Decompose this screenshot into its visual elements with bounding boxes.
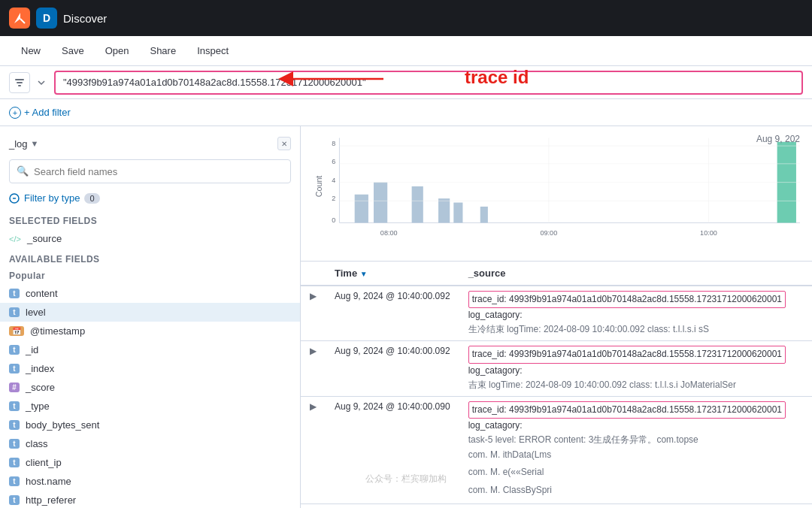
field-source-label: _source xyxy=(27,233,62,244)
field-item-hostname[interactable]: t host.name xyxy=(0,472,300,491)
chart-svg: Count 8 6 4 2 0 08:00 09:00 10:00 xyxy=(313,134,800,239)
field-name-content: content xyxy=(26,288,58,299)
expand-row-button[interactable]: ▶ xyxy=(301,341,326,396)
svg-text:2: 2 xyxy=(332,194,335,202)
field-name-client-ip: client_ip xyxy=(26,457,62,468)
field-item-score[interactable]: # _score xyxy=(0,378,300,397)
svg-rect-21 xyxy=(453,203,462,223)
field-item-content[interactable]: t content xyxy=(0,284,300,303)
field-type-t-icon7: t xyxy=(9,458,20,467)
field-item-id[interactable]: t _id xyxy=(0,340,300,359)
field-item-body-bytes-sent[interactable]: t body_bytes_sent xyxy=(0,416,300,434)
field-item-type[interactable]: t _type xyxy=(0,397,300,416)
field-name-type: _type xyxy=(26,401,50,412)
log-catagory-label: log_catagory: xyxy=(468,420,523,431)
field-type-t-icon6: t xyxy=(9,439,20,449)
field-type-t-icon4: t xyxy=(9,401,20,411)
chart-date-label: Aug 9, 202 xyxy=(756,134,800,144)
table-row: ▶ Aug 9, 2024 @ 10:40:00.092 trace_id: 4… xyxy=(301,286,812,341)
data-table: Time ▼ _source ▶ Aug 9, 2024 @ 10:40:00.… xyxy=(301,262,812,508)
expand-row-button[interactable]: ▶ xyxy=(301,396,326,503)
search-field-container: 🔍 xyxy=(0,156,300,189)
field-name-class: class xyxy=(26,438,48,449)
source-column-header: _source xyxy=(459,262,812,286)
index-chevron-icon: ▼ xyxy=(31,139,39,148)
source-cell: trace_id: 4993f9b91a974a01a1d0b70148a2ac… xyxy=(459,396,812,503)
selected-field-source[interactable]: </> _source xyxy=(0,229,300,248)
query-input[interactable] xyxy=(54,71,803,95)
field-item-index[interactable]: t _index xyxy=(0,359,300,378)
sidebar: _log ▼ ✕ 🔍 Filter by type 0 Selected fie… xyxy=(0,126,301,508)
field-name-index: _index xyxy=(26,363,54,374)
menu-open[interactable]: Open xyxy=(96,41,138,61)
time-cell: Aug 9, 2024 @ 10:40:00.092 xyxy=(326,286,459,341)
app-letter-icon: D xyxy=(36,8,57,29)
menu-save[interactable]: Save xyxy=(53,41,93,61)
field-item-class[interactable]: t class xyxy=(0,434,300,453)
selected-fields-title: Selected fields xyxy=(0,210,300,229)
menubar: New Save Open Share Inspect xyxy=(0,36,812,66)
results-table: Time ▼ _source ▶ Aug 9, 2024 @ 10:40:00.… xyxy=(301,262,812,508)
add-filter-label: + Add filter xyxy=(24,107,71,118)
field-type-t-icon2: t xyxy=(9,345,20,355)
svg-rect-22 xyxy=(480,207,488,223)
filter-count-badge: 0 xyxy=(84,193,99,204)
add-filter-button[interactable]: + + Add filter xyxy=(9,107,71,119)
field-item-http-referer[interactable]: t http_referer xyxy=(0,491,300,508)
field-item-client-ip[interactable]: t client_ip xyxy=(0,453,300,472)
app-title: Discover xyxy=(63,12,107,25)
expand-row-button[interactable]: ▶ xyxy=(301,503,326,508)
svg-text:09:00: 09:00 xyxy=(540,228,557,236)
filter-icon xyxy=(9,193,20,204)
field-type-t-icon8: t xyxy=(9,476,20,486)
kibana-logo-icon xyxy=(9,8,30,29)
menu-inspect[interactable]: Inspect xyxy=(188,41,238,61)
table-row: ▶ Aug 9, 2024 @ 10:40:00.086 trace_id: 4… xyxy=(301,503,812,508)
svg-text:6: 6 xyxy=(332,157,335,165)
search-field-input[interactable] xyxy=(9,159,291,183)
field-type-t-icon9: t xyxy=(9,495,20,505)
svg-text:8: 8 xyxy=(332,139,335,147)
menu-new[interactable]: New xyxy=(12,41,50,61)
row-extra-line-3: com. M. ClassBySpri xyxy=(468,482,803,499)
source-cell: trace_id: 4993f9b91a974a01a1d0b70148a2ac… xyxy=(459,286,812,341)
svg-rect-18 xyxy=(374,183,387,223)
menu-share[interactable]: Share xyxy=(141,41,185,61)
filter-options-button[interactable] xyxy=(9,72,30,93)
sidebar-collapse-button[interactable]: ✕ xyxy=(277,137,291,150)
topbar: D Discover xyxy=(0,0,812,36)
field-item-level[interactable]: t level xyxy=(0,303,300,322)
field-type-hash-icon: # xyxy=(9,383,20,392)
source-cell: trace_id: 4993f9b91a974a01a1d0b70148a2ac… xyxy=(459,503,812,508)
trace-id-value: trace_id: 4993f9b91a974a01a1d0b70148a2ac… xyxy=(468,346,786,363)
time-cell: Aug 9, 2024 @ 10:40:00.090 xyxy=(326,396,459,503)
table-row: ▶ Aug 9, 2024 @ 10:40:00.092 trace_id: 4… xyxy=(301,341,812,396)
search-icon: 🔍 xyxy=(17,165,29,177)
expand-row-button[interactable]: ▶ xyxy=(301,286,326,341)
field-name-hostname: host.name xyxy=(26,476,71,487)
field-item-timestamp[interactable]: 📅 @timestamp xyxy=(0,322,300,340)
svg-text:08:00: 08:00 xyxy=(380,228,398,236)
time-column-header[interactable]: Time ▼ xyxy=(326,262,459,286)
source-continuation: task-5 level: ERROR content: 3生成任务异常。com… xyxy=(468,433,803,446)
content-area: Aug 9, 202 Count 8 6 4 2 0 08:00 09:00 1… xyxy=(301,126,812,508)
filter-by-type-label: Filter by type xyxy=(24,192,80,204)
log-catagory-label: log_catagory: xyxy=(468,365,523,376)
field-name-body-bytes-sent: body_bytes_sent xyxy=(26,419,99,431)
field-type-cal-icon: 📅 xyxy=(9,326,24,336)
chevron-down-icon xyxy=(36,77,47,88)
svg-text:10:00: 10:00 xyxy=(700,228,717,236)
available-fields-title: Available fields xyxy=(0,248,300,268)
svg-text:0: 0 xyxy=(332,216,335,224)
field-type-t-icon5: t xyxy=(9,420,20,430)
index-pattern-label: _log xyxy=(9,138,28,150)
time-cell: Aug 9, 2024 @ 10:40:00.092 xyxy=(326,341,459,396)
logo-area: D Discover xyxy=(9,8,107,29)
trace-id-value: trace_id: 4993f9b91a974a01a1d0b70148a2ac… xyxy=(468,401,786,419)
svg-rect-19 xyxy=(412,186,423,222)
field-name-http-referer: http_referer xyxy=(26,494,76,506)
source-continuation: 吉束 logTime: 2024-08-09 10:40:00.092 clas… xyxy=(468,378,803,392)
filter-by-type-button[interactable]: Filter by type 0 xyxy=(0,189,300,210)
field-name-id: _id xyxy=(26,344,38,355)
source-type-icon: </> xyxy=(9,234,21,243)
